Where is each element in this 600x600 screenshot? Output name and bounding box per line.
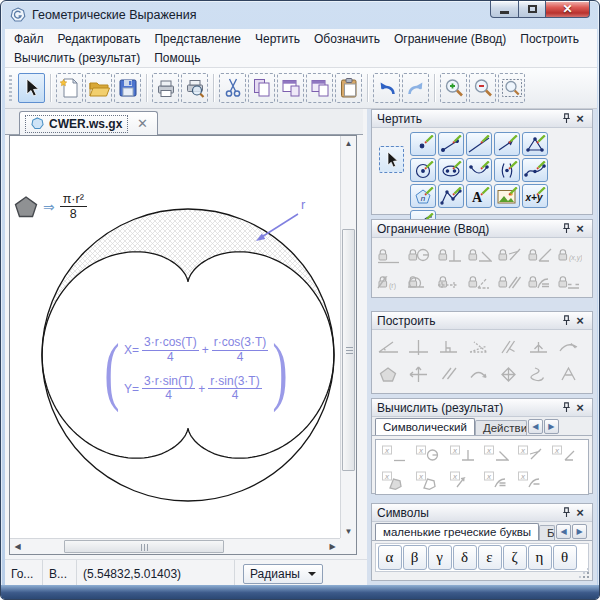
calculate-tool-4[interactable]: x <box>479 441 513 467</box>
constrain-tool-4[interactable] <box>464 241 494 268</box>
pin-icon[interactable] <box>559 222 573 236</box>
constrain-tool-11[interactable] <box>464 268 494 295</box>
tab-symbolic[interactable]: Символический <box>375 418 475 435</box>
calculate-tool-1[interactable]: x <box>377 441 411 467</box>
tab-close-icon[interactable]: ✕ <box>133 116 151 131</box>
menu-item-row1-4[interactable]: Обозначить <box>307 32 387 46</box>
construct-tool-6[interactable] <box>524 333 554 360</box>
panel-resize-grip[interactable] <box>587 576 589 578</box>
calculate-tool-11[interactable]: x <box>513 467 547 493</box>
pin-icon[interactable] <box>559 112 573 126</box>
construct-tool-8[interactable] <box>374 360 404 387</box>
constrain-tool-5[interactable] <box>494 241 524 268</box>
scroll-up-icon[interactable]: ▲ <box>341 136 356 151</box>
title-bar[interactable]: Геометрические Выражения ✕ <box>1 1 599 29</box>
menu-item-row1-5[interactable]: Ограничение (Ввод) <box>387 32 513 46</box>
calculate-tool-7[interactable]: x <box>377 467 411 493</box>
calculate-tool-10[interactable]: x <box>479 467 513 493</box>
draw-tool-spline[interactable] <box>522 158 548 182</box>
constrain-tool-10[interactable] <box>434 268 464 295</box>
draw-tool-text[interactable]: A <box>466 184 492 208</box>
draw-tool-regular-polygon[interactable]: n <box>410 184 436 208</box>
calculate-tool-2[interactable]: x <box>411 441 445 467</box>
draw-tool-circle[interactable] <box>410 158 436 182</box>
draw-tool-conic[interactable] <box>494 158 520 182</box>
horizontal-scroll-thumb[interactable] <box>64 540 224 553</box>
menu-item-row2-0[interactable]: Вычислить (результат) <box>7 51 147 65</box>
construct-tool-1[interactable] <box>374 333 404 360</box>
panel-symbols-header[interactable]: Символы × <box>372 504 592 522</box>
tab-scroll-right-icon[interactable]: ▶ <box>544 419 559 434</box>
greek-letter-3[interactable]: δ <box>453 545 477 570</box>
construct-tool-7[interactable] <box>554 333 584 360</box>
panel-construct-header[interactable]: Построить × <box>372 312 592 330</box>
panel-draw-header[interactable]: Чертить × <box>372 110 592 128</box>
draw-tool-arc[interactable] <box>466 158 492 182</box>
construct-tool-14[interactable] <box>554 360 584 387</box>
tab-document[interactable]: CWER.ws.gx ✕ <box>19 111 158 135</box>
calculate-tool-5[interactable]: x <box>513 441 547 467</box>
tab-scroll-left-icon[interactable]: ◀ <box>528 419 543 434</box>
pin-icon[interactable] <box>559 506 573 520</box>
zoom-window-button[interactable] <box>498 73 525 103</box>
constrain-tool-8[interactable]: (r) <box>374 268 404 295</box>
draw-tool-line[interactable] <box>466 132 492 156</box>
draw-tool-polyline[interactable] <box>438 184 464 208</box>
zoom-out-button[interactable] <box>469 73 496 103</box>
panel-close-icon[interactable]: × <box>573 314 587 328</box>
calculate-tool-9[interactable]: x <box>445 467 479 493</box>
close-button[interactable]: ✕ <box>546 1 590 18</box>
new-button[interactable] <box>56 73 83 103</box>
tab-scroll-right-icon[interactable]: ▶ <box>572 524 587 539</box>
greek-letter-0[interactable]: α <box>378 545 402 570</box>
area-formula[interactable]: ⇒ π·r² 8 <box>14 192 87 222</box>
maximize-button[interactable] <box>519 1 546 18</box>
redo-button[interactable] <box>402 73 429 103</box>
menu-item-row1-3[interactable]: Чертить <box>248 32 307 46</box>
minimize-button[interactable] <box>490 1 519 18</box>
constrain-tool-1[interactable] <box>374 241 404 268</box>
draw-tool-picture[interactable] <box>494 184 520 208</box>
constrain-tool-13[interactable] <box>524 268 554 295</box>
greek-letter-7[interactable]: θ <box>553 545 577 570</box>
greek-letter-2[interactable]: γ <box>428 545 452 570</box>
tab-small-greek[interactable]: маленькие греческие буквы <box>375 523 539 540</box>
hatched-region[interactable] <box>42 209 334 355</box>
print-preview-button[interactable] <box>181 73 208 103</box>
constrain-tool-9[interactable] <box>404 268 434 295</box>
tab-capital-greek[interactable]: Б <box>539 525 555 540</box>
calculate-tool-6[interactable]: x <box>547 441 581 467</box>
panel-close-icon[interactable]: × <box>573 506 587 520</box>
panel-constrain-header[interactable]: Ограничение (Ввод) × <box>372 220 592 238</box>
copy-page-button[interactable] <box>306 73 333 103</box>
construct-tool-13[interactable] <box>524 360 554 387</box>
tab-scroll-left-icon[interactable]: ◀ <box>556 524 571 539</box>
construct-tool-2[interactable] <box>404 333 434 360</box>
toolbar-grip[interactable] <box>9 75 12 101</box>
panel-close-icon[interactable]: × <box>573 222 587 236</box>
cut-button[interactable] <box>219 73 246 103</box>
menu-item-row1-6[interactable]: Построить <box>513 32 586 46</box>
angle-unit-dropdown[interactable]: Радианы <box>243 564 323 584</box>
construct-tool-9[interactable] <box>404 360 434 387</box>
drawing-canvas[interactable]: ⇒ π·r² 8 r ( X= 3·r·cos(T)4 + r·cos( <box>10 136 340 539</box>
draw-tool-polygon[interactable] <box>522 132 548 156</box>
menu-item-row1-1[interactable]: Редактировать <box>51 32 148 46</box>
constrain-tool-14[interactable] <box>554 268 584 295</box>
menu-item-row1-2[interactable]: Представление <box>147 32 248 46</box>
draw-tool-vector[interactable] <box>494 132 520 156</box>
save-button[interactable] <box>114 73 141 103</box>
scroll-left-icon[interactable]: ◀ <box>10 539 25 554</box>
constrain-tool-2[interactable] <box>404 241 434 268</box>
panel-calculate-header[interactable]: Вычислить (результат) × <box>372 399 592 417</box>
construct-tool-4[interactable] <box>464 333 494 360</box>
select-button[interactable] <box>18 73 45 103</box>
menu-item-row1-0[interactable]: Файл <box>7 32 51 46</box>
paste-button[interactable] <box>335 73 362 103</box>
construct-tool-5[interactable] <box>494 333 524 360</box>
construct-tool-3[interactable] <box>434 333 464 360</box>
menu-item-row2-1[interactable]: Помощь <box>147 51 207 65</box>
draw-tool-segment[interactable] <box>438 132 464 156</box>
vertical-scrollbar[interactable]: ▲ ▼ <box>340 136 356 539</box>
draw-tool-ellipse[interactable] <box>438 158 464 182</box>
